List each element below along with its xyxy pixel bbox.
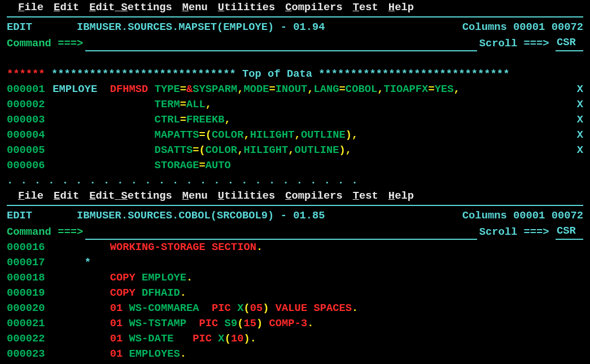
continuation-mark: X [577, 112, 583, 128]
menu-item-settings[interactable]: Edit_Settings [89, 188, 172, 204]
code-content[interactable]: 01 WS-COMMAREA PIC X(05) VALUE SPACES. [46, 301, 583, 316]
line-number: 000002 [7, 97, 46, 112]
menu-item-utilities[interactable]: Utilities [218, 188, 275, 204]
scroll-label-2: Scroll ===> [479, 225, 549, 240]
top-of-data-label: Top of Data [236, 68, 319, 80]
code-content[interactable]: 01 EMPLOYES. [46, 347, 583, 362]
line-number: 000021 [7, 316, 46, 331]
code-content[interactable]: * [46, 255, 583, 270]
menu-item-test[interactable]: Test [353, 0, 378, 15]
top-stars-right: ****************************** [318, 68, 509, 80]
menu-item-file[interactable]: File [18, 188, 43, 204]
menu-item-help[interactable]: Help [388, 0, 414, 15]
code-content[interactable]: 01 WS-DATE PIC X(10). [46, 331, 583, 347]
code-content[interactable]: DSATTS=(COLOR,HILIGHT,OUTLINE),X [46, 143, 583, 158]
menu-item-compilers[interactable]: Compilers [285, 0, 342, 15]
line-number: 000023 [7, 347, 46, 362]
line-number: 000022 [7, 331, 46, 347]
line-number: 000019 [7, 286, 46, 301]
dataset-1: IBMUSER.SOURCES.MAPSET(EMPLOYE) - 01.94 [77, 20, 325, 35]
code-content[interactable]: MAPATTS=(COLOR,HILIGHT,OUTLINE),X [46, 128, 583, 143]
dataset-2: IBMUSER.SOURCES.COBOL(SRCOBOL9) - 01.85 [77, 208, 325, 223]
menu-item-compilers[interactable]: Compilers [285, 188, 342, 204]
line-number: 000017 [7, 255, 46, 270]
line-number: 000003 [7, 112, 46, 128]
top-of-data-row: ****** ***************************** Top… [0, 51, 590, 82]
code-line[interactable]: 000006 STORAGE=AUTO [0, 158, 590, 173]
code-line[interactable]: 000004 MAPATTS=(COLOR,HILIGHT,OUTLINE),X [0, 128, 590, 143]
columns-val-1: 00001 00072 [513, 20, 583, 35]
title-row-1: EDIT IBMUSER.SOURCES.MAPSET(EMPLOYE) - 0… [0, 20, 590, 35]
menu-item-test[interactable]: Test [353, 188, 378, 204]
menu-item-menu[interactable]: Menu [182, 188, 208, 204]
mode-label-1: EDIT [7, 20, 32, 35]
command-row-2: Command ===> Scroll ===> CSR [0, 223, 590, 240]
code-line[interactable]: 000001 EMPLOYE DFHMSD TYPE=&SYSPARM,MODE… [0, 82, 590, 97]
line-number: 000020 [7, 301, 46, 316]
code-content[interactable]: TERM=ALL,X [46, 97, 583, 112]
code-line[interactable]: 000017 * [0, 255, 590, 270]
continuation-mark: X [577, 143, 583, 158]
menu-item-file[interactable]: File [18, 0, 43, 15]
code-line[interactable]: 000005 DSATTS=(COLOR,HILIGHT,OUTLINE),X [0, 143, 590, 158]
divider-1 [7, 16, 583, 17]
code-content[interactable]: CTRL=FREEKB,X [46, 112, 583, 128]
command-input-1[interactable] [85, 39, 477, 51]
command-label-2: Command ===> [7, 225, 83, 240]
menu-bar-2: FileEditEdit_SettingsMenuUtilitiesCompil… [0, 188, 590, 204]
columns-label-2: Columns [462, 208, 507, 223]
top-stars-left: ****** [7, 68, 45, 80]
menu-item-help[interactable]: Help [388, 188, 414, 204]
code-area-2[interactable]: 000016 WORKING-STORAGE SECTION.000017 *0… [0, 240, 590, 362]
code-content[interactable]: 01 WS-TSTAMP PIC S9(15) COMP-3. [46, 316, 583, 331]
code-content[interactable]: EMPLOYE DFHMSD TYPE=&SYSPARM,MODE=INOUT,… [46, 82, 583, 97]
continuation-mark: X [577, 82, 583, 97]
command-row-1: Command ===> Scroll ===> CSR [0, 35, 590, 51]
line-number: 000004 [7, 128, 46, 143]
code-line[interactable]: 000021 01 WS-TSTAMP PIC S9(15) COMP-3. [0, 316, 590, 331]
line-number: 000001 [7, 82, 46, 97]
title-row-2: EDIT IBMUSER.SOURCES.COBOL(SRCOBOL9) - 0… [0, 208, 590, 223]
menu-item-edit[interactable]: Edit [54, 188, 79, 204]
columns-val-2: 00001 00072 [513, 208, 583, 223]
menu-item-edit[interactable]: Edit [54, 0, 79, 15]
code-line[interactable]: 000023 01 EMPLOYES. [0, 347, 590, 362]
code-content[interactable]: WORKING-STORAGE SECTION. [46, 240, 583, 255]
scroll-value-1[interactable]: CSR [556, 35, 583, 51]
line-number: 000018 [7, 270, 46, 286]
code-line[interactable]: 000003 CTRL=FREEKB,X [0, 112, 590, 128]
line-number: 000005 [7, 143, 46, 158]
command-label-1: Command ===> [7, 36, 83, 51]
command-input-2[interactable] [85, 227, 477, 240]
menu-item-settings[interactable]: Edit_Settings [89, 0, 172, 15]
line-number: 000016 [7, 240, 46, 255]
code-line[interactable]: 000016 WORKING-STORAGE SECTION. [0, 240, 590, 255]
line-number: 000006 [7, 158, 46, 173]
scroll-label-1: Scroll ===> [479, 36, 549, 51]
code-line[interactable]: 000018 COPY EMPLOYE. [0, 270, 590, 286]
menu-item-menu[interactable]: Menu [182, 0, 208, 15]
code-area-1[interactable]: 000001 EMPLOYE DFHMSD TYPE=&SYSPARM,MODE… [0, 82, 590, 173]
mode-label-2: EDIT [7, 208, 32, 223]
code-line[interactable]: 000022 01 WS-DATE PIC X(10). [0, 331, 590, 347]
dots-row: . . . . . . . . . . . . . . . . . . . . … [0, 173, 590, 188]
continuation-mark: X [577, 97, 583, 112]
scroll-value-2[interactable]: CSR [556, 223, 583, 240]
columns-label-1: Columns [462, 20, 507, 35]
code-line[interactable]: 000020 01 WS-COMMAREA PIC X(05) VALUE SP… [0, 301, 590, 316]
code-line[interactable]: 000019 COPY DFHAID. [0, 286, 590, 301]
code-content[interactable]: COPY EMPLOYE. [46, 270, 583, 286]
top-stars-mid: ***************************** [51, 68, 236, 80]
code-line[interactable]: 000002 TERM=ALL,X [0, 97, 590, 112]
code-content[interactable]: STORAGE=AUTO [46, 158, 583, 173]
menu-bar-1: FileEditEdit_SettingsMenuUtilitiesCompil… [0, 0, 590, 15]
divider-2 [7, 205, 583, 206]
code-content[interactable]: COPY DFHAID. [46, 286, 583, 301]
continuation-mark: X [577, 128, 583, 143]
menu-item-utilities[interactable]: Utilities [218, 0, 275, 15]
